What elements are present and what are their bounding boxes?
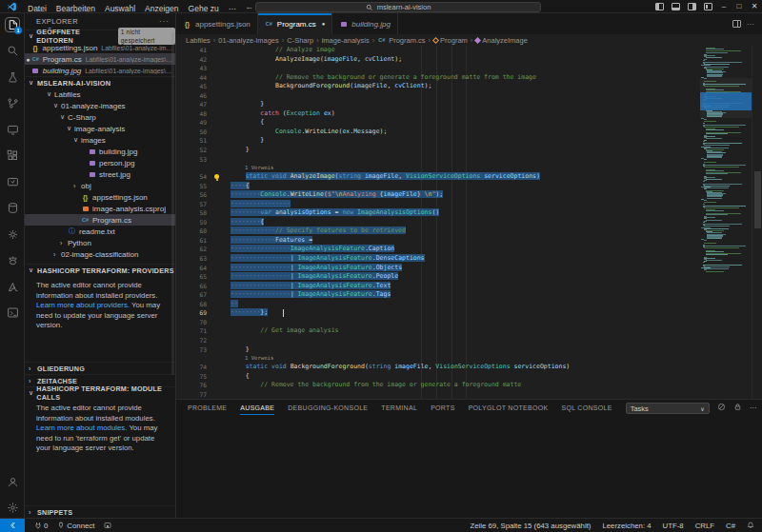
terraform-providers-section-header[interactable]: ∨ HASHICORP TERRAFORM: PROVIDERS bbox=[25, 264, 175, 276]
code-line[interactable]: 75 { bbox=[176, 372, 700, 382]
account-icon[interactable] bbox=[5, 474, 20, 489]
tree-folder-01-analyze-images[interactable]: ∨01-analyze-images bbox=[25, 100, 175, 111]
code-line[interactable]: 55····{ bbox=[176, 182, 700, 191]
tree-file-program-cs[interactable]: C#Program.cs bbox=[25, 214, 175, 226]
code-line[interactable]: 61············Features = bbox=[176, 236, 700, 246]
terminal-icon[interactable] bbox=[5, 305, 20, 321]
search-icon[interactable] bbox=[5, 44, 20, 59]
breadcrumb-item[interactable]: ›C#Program.cs bbox=[370, 36, 426, 45]
menu-gehe-zu[interactable]: Gehe zu bbox=[184, 4, 224, 13]
menu-anzeigen[interactable]: Anzeigen bbox=[140, 4, 183, 13]
notifications-bell-icon[interactable] bbox=[747, 522, 754, 529]
breadcrumb-item[interactable]: ›Program bbox=[426, 36, 468, 45]
ports-status[interactable]: 0 bbox=[34, 522, 48, 530]
code-line[interactable]: 59········{ bbox=[176, 218, 700, 227]
code-line[interactable]: 73 } bbox=[176, 345, 700, 355]
settings-icon[interactable] bbox=[5, 500, 20, 515]
tree-file-person-jpg[interactable]: person.jpg bbox=[25, 157, 175, 168]
eol-status[interactable]: CRLF bbox=[695, 522, 714, 530]
code-line[interactable]: 71 // Get image analysis bbox=[176, 326, 700, 336]
outline-section-header[interactable]: › GLIEDERUNG bbox=[25, 362, 175, 374]
code-line[interactable]: 54 static void AnalyzeImage(string image… bbox=[176, 172, 700, 182]
tree-folder-python[interactable]: ›Python bbox=[25, 237, 175, 248]
tab-building-jpg[interactable]: building.jpg bbox=[332, 13, 397, 34]
open-editors-section-header[interactable]: ∨ GEÖFFNETE EDITOREN 1 nicht gespeichert bbox=[25, 30, 175, 42]
extensions-icon[interactable] bbox=[5, 148, 20, 164]
panel-more-actions-icon[interactable]: ··· bbox=[750, 403, 757, 414]
code-line[interactable]: 65················| ImageAnalysisFeature… bbox=[176, 272, 700, 282]
indentation-status[interactable]: Leerzeichen: 4 bbox=[602, 522, 651, 530]
panel-tab-ausgabe[interactable]: AUSGABE bbox=[240, 400, 274, 417]
code-line[interactable]: 66················| ImageAnalysisFeature… bbox=[176, 282, 700, 291]
cursor-position-status[interactable]: Zeile 69, Spalte 15 (643 ausgewählt) bbox=[470, 522, 591, 530]
providers-learn-more-link[interactable]: Learn more about providers. bbox=[36, 301, 130, 309]
workspace-section-header[interactable]: ∨ MSLEARN-AI-VISION bbox=[25, 76, 175, 89]
command-center-search[interactable]: mslearn-ai-vision bbox=[255, 2, 541, 12]
testing-icon[interactable] bbox=[5, 69, 20, 85]
tree-folder-labfiles[interactable]: ∨Labfiles bbox=[25, 89, 175, 100]
azure-icon[interactable] bbox=[5, 279, 20, 294]
codelens-references[interactable]: 1 Verweis bbox=[176, 164, 700, 172]
tab-appsettings-json[interactable]: {}appsettings.json bbox=[176, 13, 258, 34]
panel-tab-ports[interactable]: PORTS bbox=[431, 400, 455, 417]
code-line[interactable]: 74 static void BackgroundForeground(stri… bbox=[176, 363, 700, 372]
source-control-icon[interactable] bbox=[5, 96, 20, 111]
code-line[interactable]: 42 AnalyzeImage(imageFile, cvClient); bbox=[176, 55, 700, 65]
code-line[interactable]: 68·· bbox=[176, 300, 700, 309]
code-line[interactable]: 44 // Remove the background or generate … bbox=[176, 73, 700, 83]
database-icon[interactable] bbox=[5, 201, 20, 216]
tree-file-appsettings-json[interactable]: {}appsettings.json bbox=[25, 191, 175, 203]
maximize-button[interactable]: □ bbox=[732, 0, 747, 13]
close-button[interactable]: ✕ bbox=[747, 0, 762, 13]
open-editor-item[interactable]: building.jpgLabfiles\01-analyze-images\C… bbox=[25, 65, 175, 76]
clear-output-icon[interactable] bbox=[717, 403, 726, 415]
breadcrumb-item[interactable]: ›AnalyzeImage bbox=[468, 36, 528, 45]
code-line[interactable]: 48 catch (Exception ex) bbox=[176, 109, 700, 119]
tree-file-building-jpg[interactable]: building.jpg bbox=[25, 146, 175, 157]
code-line[interactable]: 47 } bbox=[176, 100, 700, 109]
code-line[interactable]: 56········Console.WriteLine($"\nAnalyzin… bbox=[176, 190, 700, 200]
panel-tab-debugging-konsole[interactable]: DEBUGGING-KONSOLE bbox=[288, 400, 368, 417]
sql-connect-button[interactable]: Connect bbox=[57, 522, 94, 530]
tree-folder-obj[interactable]: ›obj bbox=[25, 180, 175, 191]
explorer-icon[interactable]: 1 bbox=[5, 17, 20, 32]
encoding-status[interactable]: UTF-8 bbox=[663, 522, 684, 530]
code-line[interactable]: 64················| ImageAnalysisFeature… bbox=[176, 264, 700, 273]
terraform-modules-section-header[interactable]: ∨ HASHICORP TERRAFORM: MODULE CALLS bbox=[25, 386, 175, 399]
codelens-references[interactable]: 1 Verweis bbox=[176, 354, 700, 363]
split-editor-icon[interactable] bbox=[732, 20, 741, 28]
code-line[interactable]: 49 { bbox=[176, 118, 700, 128]
screencast-button[interactable] bbox=[104, 522, 111, 529]
remote-indicator-button[interactable] bbox=[0, 519, 25, 532]
live-preview-icon[interactable] bbox=[5, 174, 20, 189]
code-line[interactable]: 69········}; bbox=[176, 308, 700, 318]
modified-dot-icon[interactable]: ● bbox=[322, 21, 326, 27]
code-line[interactable]: 63················| ImageAnalysisFeature… bbox=[176, 254, 700, 264]
code-line[interactable]: 60············// Specify features to be … bbox=[176, 227, 700, 236]
code-line[interactable]: 57················ bbox=[176, 200, 700, 209]
menu-bearbeiten[interactable]: Bearbeiten bbox=[51, 4, 100, 13]
breadcrumb-item[interactable]: Labfiles bbox=[186, 36, 211, 45]
tab-program-cs[interactable]: C#Program.cs● bbox=[258, 13, 333, 34]
lightbulb-icon[interactable] bbox=[214, 174, 219, 179]
panel-tab-polyglot-notebook[interactable]: POLYGLOT NOTEBOOK bbox=[469, 400, 549, 417]
editor-more-actions-icon[interactable]: ··· bbox=[747, 20, 754, 29]
code-line[interactable]: 51 } bbox=[176, 136, 700, 146]
breadcrumb-item[interactable]: ›image-analysis bbox=[313, 36, 370, 45]
code-line[interactable]: 50 Console.WriteLine(ex.Message); bbox=[176, 128, 700, 137]
customize-layout-icon[interactable] bbox=[704, 3, 712, 10]
code-editor[interactable]: 41 // Analyze image42 AnalyzeImage(image… bbox=[176, 46, 762, 399]
panel-tab-terminal[interactable]: TERMINAL bbox=[381, 400, 417, 417]
toggle-panel-icon[interactable] bbox=[672, 3, 680, 10]
tree-folder-c-sharp[interactable]: ∨C-Sharp bbox=[25, 111, 175, 123]
panel-tab-probleme[interactable]: PROBLEME bbox=[188, 400, 227, 417]
code-line[interactable]: 53 bbox=[176, 155, 700, 165]
code-line[interactable]: 41 // Analyze image bbox=[176, 46, 700, 55]
sidebar-scrollbar[interactable] bbox=[171, 32, 174, 375]
lock-scroll-icon[interactable] bbox=[733, 403, 742, 415]
language-mode-status[interactable]: C# bbox=[726, 522, 735, 530]
code-line[interactable]: 72 bbox=[176, 336, 700, 345]
breadcrumb-item[interactable]: ›C-Sharp bbox=[279, 36, 313, 45]
tree-file-street-jpg[interactable]: street.jpg bbox=[25, 168, 175, 180]
editor-scrollbar[interactable] bbox=[752, 46, 762, 399]
